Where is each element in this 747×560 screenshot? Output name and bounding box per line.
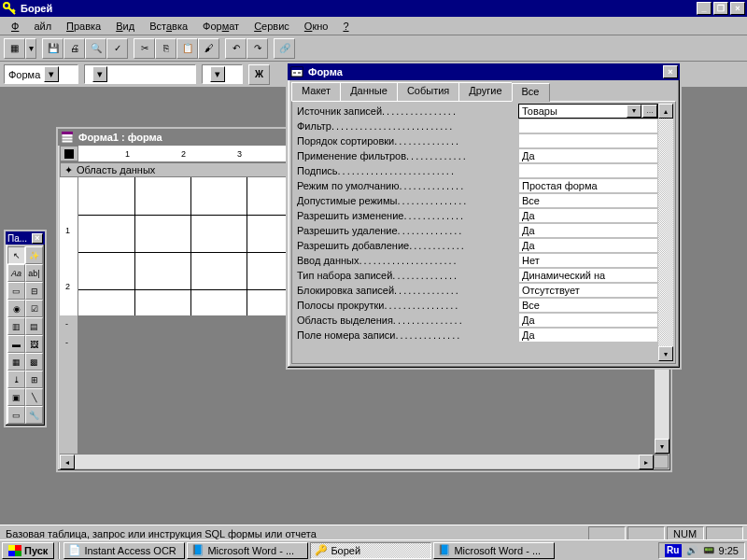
taskbar-task[interactable]: 📄Instant Access OCR	[63, 542, 185, 559]
hyperlink-button[interactable]: 🔗	[274, 38, 295, 59]
tool-combobox[interactable]: ▥	[7, 317, 25, 335]
property-value[interactable]: Нет	[518, 253, 658, 268]
form-select-all[interactable]	[60, 146, 78, 161]
menu-service[interactable]: Сервис	[247, 19, 297, 34]
volume-icon[interactable]: 🔊	[685, 544, 698, 557]
value-dropdown-button[interactable]: ▾	[627, 105, 641, 118]
property-row[interactable]: Разрешить удаление..............Да	[294, 223, 658, 238]
form-hscrollbar[interactable]: ◂ ▸	[60, 454, 669, 469]
vertical-ruler[interactable]: 1 2	[60, 177, 78, 315]
property-value[interactable]: Да	[518, 313, 658, 328]
property-row[interactable]: Ввод данных.....................Нет	[294, 253, 658, 268]
spelling-button[interactable]: ✓	[106, 38, 128, 59]
tool-rect[interactable]: ▭	[7, 406, 25, 424]
tool-bound[interactable]: ▩	[25, 353, 43, 371]
scroll-down-icon[interactable]: ▾	[658, 346, 673, 361]
copy-button[interactable]: ⎘	[155, 38, 176, 59]
tab-layout[interactable]: Макет	[291, 82, 341, 101]
property-row[interactable]: Блокировка записей..............Отсутств…	[294, 283, 658, 298]
tool-more[interactable]: 🔧	[25, 406, 43, 424]
close-button[interactable]: ×	[730, 2, 745, 15]
properties-titlebar[interactable]: Форма ×	[288, 63, 680, 80]
property-row[interactable]: Разрешить добавление............Да	[294, 238, 658, 253]
combo-dropdown-icon[interactable]: ▾	[210, 66, 225, 82]
view-button[interactable]: ▦	[4, 38, 25, 59]
property-value[interactable]: Да	[518, 238, 658, 253]
scroll-up-icon[interactable]: ▴	[658, 104, 673, 119]
tab-all[interactable]: Все	[512, 83, 550, 102]
scroll-left-icon[interactable]: ◂	[60, 455, 75, 469]
start-button[interactable]: Пуск	[2, 542, 54, 559]
property-value[interactable]: Товары▾…	[518, 104, 658, 119]
value-builder-button[interactable]: …	[642, 105, 657, 118]
scroll-down-icon[interactable]: ▾	[655, 439, 669, 454]
save-button[interactable]: 💾	[42, 38, 63, 59]
property-row[interactable]: Применение фильтров.............Да	[294, 148, 658, 163]
preview-button[interactable]: 🔍	[85, 38, 106, 59]
property-row[interactable]: Подпись.........................	[294, 163, 658, 178]
scroll-right-icon[interactable]: ▸	[639, 455, 654, 469]
combo-dropdown-icon[interactable]: ▾	[44, 66, 59, 82]
toolbox-titlebar[interactable]: Па... ×	[6, 231, 45, 245]
property-value[interactable]	[518, 133, 658, 148]
paste-button[interactable]: 📋	[176, 38, 198, 59]
bold-button[interactable]: Ж	[248, 64, 270, 85]
property-value[interactable]: Да	[518, 208, 658, 223]
tool-pagebreak[interactable]: ⤓	[7, 371, 25, 388]
maximize-button[interactable]: ❐	[713, 2, 728, 15]
property-row[interactable]: Источник записей................Товары▾…	[294, 104, 658, 119]
property-value[interactable]: Отсутствует	[518, 283, 658, 298]
print-button[interactable]: 🖨	[63, 38, 85, 59]
property-value[interactable]: Да	[518, 223, 658, 238]
tool-wizard[interactable]: ✨	[25, 246, 43, 264]
property-row[interactable]: Порядок сортировки..............	[294, 133, 658, 148]
tool-tab[interactable]: ⊞	[25, 371, 43, 388]
property-row[interactable]: Разрешить изменение.............Да	[294, 208, 658, 223]
undo-button[interactable]: ↶	[225, 38, 247, 59]
format-painter-button[interactable]: 🖌	[198, 38, 219, 59]
property-row[interactable]: Допустимые режимы...............Все	[294, 193, 658, 208]
tool-line[interactable]: ╲	[25, 388, 43, 406]
tool-toggle[interactable]: ⊟	[25, 282, 43, 300]
property-row[interactable]: Режим по умолчанию..............Простая …	[294, 178, 658, 193]
property-value[interactable]: Все	[518, 298, 658, 313]
clock[interactable]: 9:25	[719, 545, 739, 556]
menu-file[interactable]: Файл	[4, 19, 59, 34]
object-combo[interactable]: Форма ▾	[4, 64, 78, 84]
property-row[interactable]: Тип набора записей..............Динамиче…	[294, 268, 658, 283]
menu-insert[interactable]: Вставка	[142, 19, 195, 34]
property-value[interactable]	[518, 119, 658, 133]
tool-image[interactable]: 🖼	[25, 335, 43, 353]
minimize-button[interactable]: _	[697, 2, 712, 15]
tool-optiongroup[interactable]: ▭	[7, 282, 25, 300]
property-value[interactable]: Простая форма	[518, 178, 658, 193]
tab-events[interactable]: События	[397, 82, 459, 101]
taskbar-task[interactable]: 📘Microsoft Word - ...	[433, 542, 555, 559]
redo-button[interactable]: ↷	[247, 38, 268, 59]
menu-format[interactable]: Формат	[195, 19, 247, 34]
taskbar-task[interactable]: 📘Microsoft Word - ...	[187, 542, 308, 559]
property-row[interactable]: Фильтр..........................	[294, 119, 658, 133]
property-row[interactable]: Полосы прокрутки................Все	[294, 298, 658, 313]
taskbar-task[interactable]: 🔑Борей	[310, 542, 431, 559]
tool-listbox[interactable]: ▤	[25, 317, 43, 335]
toolbox-close-button[interactable]: ×	[32, 233, 43, 244]
tab-data[interactable]: Данные	[340, 82, 398, 101]
tool-button[interactable]: ▬	[7, 335, 25, 353]
combo-dropdown-icon[interactable]: ▾	[92, 66, 107, 82]
tool-option[interactable]: ◉	[7, 300, 25, 317]
properties-close-button[interactable]: ×	[663, 65, 678, 78]
property-value[interactable]: Динамический на	[518, 268, 658, 283]
menu-window[interactable]: Окно	[297, 19, 336, 34]
menu-edit[interactable]: Правка	[59, 19, 108, 34]
property-row[interactable]: Поле номера записи..............Да	[294, 328, 658, 343]
menu-view[interactable]: Вид	[108, 19, 142, 34]
property-value[interactable]: Да	[518, 148, 658, 163]
property-value[interactable]: Все	[518, 193, 658, 208]
tool-checkbox[interactable]: ☑	[25, 300, 43, 317]
size-combo[interactable]: ▾	[202, 64, 243, 84]
tab-other[interactable]: Другие	[458, 82, 512, 101]
language-indicator[interactable]: Ru	[665, 544, 682, 557]
tray-app-icon[interactable]: 📟	[702, 544, 715, 557]
cut-button[interactable]: ✂	[134, 38, 155, 59]
